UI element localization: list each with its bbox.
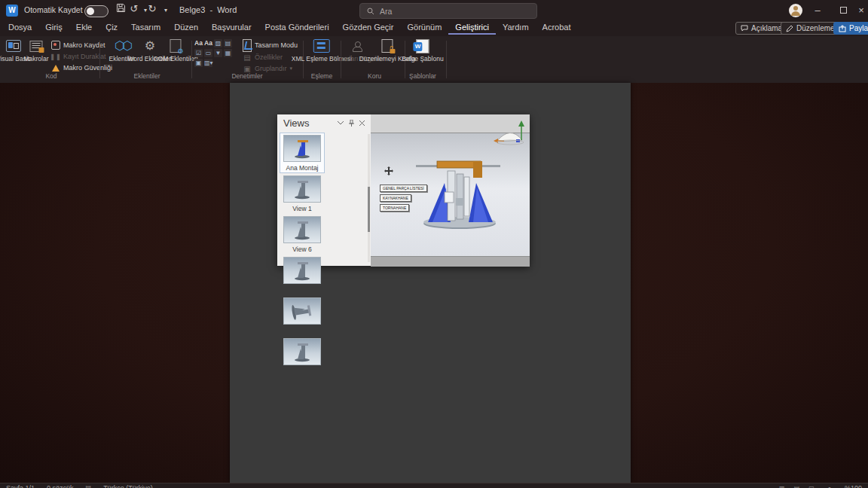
group-divider (446, 41, 447, 78)
combo-box-control-icon[interactable]: ▭ (204, 49, 212, 57)
scrollbar-thumb[interactable] (368, 187, 370, 232)
warning-icon (52, 65, 60, 72)
language-indicator[interactable]: Türkçe (Türkiye) (103, 484, 153, 488)
group-divider (99, 41, 100, 78)
record-macro-icon (51, 41, 60, 50)
ribbon-tab-düzen[interactable]: Düzen (167, 21, 205, 35)
minimize-button[interactable]: – (805, 0, 830, 21)
autosave-toggle[interactable] (84, 5, 108, 17)
search-box[interactable]: Ara (359, 3, 537, 19)
print-layout-icon[interactable]: ▤ (794, 485, 800, 488)
ribbon-tab-bar: DosyaGirişEkleÇizTasarımDüzenBaşvurularP… (0, 21, 868, 36)
rich-text-control-icon[interactable]: Aa (194, 39, 203, 47)
web-layout-icon[interactable]: ▢ (808, 485, 815, 488)
spellcheck-icon[interactable]: ▤ (86, 484, 92, 488)
comment-icon (741, 25, 748, 32)
view-thumbnail-label: View 14 (291, 327, 313, 334)
views-scrollbar[interactable] (368, 134, 370, 262)
properties-button: ▤ Özellikler (243, 53, 283, 62)
chip-kaynakhane[interactable]: KAYNAKHANE (380, 194, 411, 202)
ribbon-tab-posta gönderileri[interactable]: Posta Gönderileri (258, 21, 336, 35)
repeating-section-control-icon[interactable]: ▣ (194, 59, 203, 67)
close-button[interactable]: × (854, 0, 868, 21)
ribbon-tab-yardım[interactable]: Yardım (496, 21, 536, 35)
design-mode-button[interactable]: Tasarım Modu (243, 41, 298, 50)
ribbon-tab-ekle[interactable]: Ekle (69, 21, 99, 35)
view-thumbnail-cell[interactable]: View 6 (280, 214, 325, 255)
ribbon-tab-gözden geçir[interactable]: Gözden Geçir (336, 21, 401, 35)
view-thumbnail-image (283, 338, 321, 365)
toggle-knob (87, 8, 94, 15)
group-label-sablonlar: Şablonlar (409, 72, 436, 80)
dropdown-list-control-icon[interactable]: ▼ (214, 49, 222, 57)
autosave-label: Otomatik Kaydet (24, 5, 83, 14)
ribbon-tab-başvurular[interactable]: Başvurular (205, 21, 258, 35)
search-icon (367, 8, 374, 15)
design-mode-icon (243, 39, 252, 52)
content-controls-grid: AaAa▨▤☑▭▼▦▣▥▾ (194, 39, 235, 67)
pencil-icon (786, 25, 793, 32)
ribbon-tab-dosya[interactable]: Dosya (2, 21, 38, 35)
views-floating-window[interactable]: Views Ana Montaj (277, 114, 530, 266)
page-indicator[interactable]: Sayfa 1/1 (6, 484, 35, 488)
account-avatar[interactable] (789, 4, 802, 17)
maximize-button[interactable] (830, 0, 856, 21)
group-label-eklentiler: Eklentiler (134, 72, 160, 80)
record-macro-button[interactable]: Makro Kaydet (51, 41, 105, 50)
orientation-triad-icon[interactable] (494, 119, 528, 148)
move-cursor-icon (384, 166, 393, 175)
qat-customize-caret[interactable]: ▾ (158, 7, 173, 14)
views-thumbnail-panel: Views Ana Montaj (277, 114, 371, 266)
view-thumbnail-image (283, 257, 321, 284)
word-template-icon (416, 39, 429, 53)
picture-control-icon[interactable]: ▨ (214, 39, 222, 47)
share-button[interactable]: Paylaş▼ (833, 22, 868, 35)
legacy-tools-control-icon[interactable]: ▥▾ (204, 59, 212, 67)
chip-tornahane[interactable]: TORNAHANE (380, 204, 409, 212)
date-picker-control-icon[interactable]: ▦ (224, 49, 232, 57)
ribbon-tab-acrobat[interactable]: Acrobat (536, 21, 578, 35)
save-icon[interactable] (113, 3, 128, 15)
share-icon (839, 25, 846, 32)
view-thumbnail-cell[interactable]: View 9 (280, 336, 325, 377)
document-template-button[interactable]: Belge Şablonu (402, 38, 443, 63)
view-thumbnail-cell[interactable]: View 14 (280, 295, 325, 336)
zoom-slider[interactable]: ─●─ (824, 485, 836, 488)
ribbon-tab-geliştirici[interactable]: Geliştirici (448, 21, 496, 35)
view-thumbnail-label: Ana Montaj (286, 164, 319, 172)
word-count[interactable]: 0 sözcük (47, 484, 74, 488)
zoom-level[interactable]: %100 (845, 484, 862, 488)
macros-button[interactable]: Makrolar (23, 38, 48, 63)
read-mode-icon[interactable]: ▥ (779, 485, 785, 488)
panel-pin-icon[interactable] (349, 120, 354, 127)
checkbox-control-icon[interactable]: ☑ (194, 49, 203, 57)
cad-3d-viewer[interactable]: GENEL PARÇA LİSTESİ KAYNAKHANE TORNAHANE (371, 114, 530, 266)
view-thumbnail-cell[interactable]: View 7 (280, 255, 325, 295)
view-thumbnail-cell[interactable]: Ana Montaj (280, 133, 325, 173)
building-block-control-icon[interactable]: ▤ (224, 39, 232, 47)
view-thumbnail-cell[interactable]: View 1 (280, 173, 325, 214)
view-thumbnail-image (283, 175, 321, 203)
view-thumbnail-label: View 1 (292, 205, 311, 212)
panel-chevron-down-icon[interactable] (338, 121, 344, 125)
ribbon-tab-giriş[interactable]: Giriş (38, 21, 69, 35)
plain-text-control-icon[interactable]: Aa (204, 39, 212, 47)
menu-tabs: DosyaGirişEkleÇizTasarımDüzenBaşvurularP… (2, 21, 578, 35)
ribbon-tab-tasarım[interactable]: Tasarım (124, 21, 167, 35)
view-thumbnail-label: View 7 (292, 286, 311, 294)
viewer-viewport[interactable]: GENEL PARÇA LİSTESİ KAYNAKHANE TORNAHANE (371, 133, 530, 256)
word-window: W Otomatik Kaydet ↺ ▾ ↻ ▾ Belge3 - Word … (0, 0, 868, 488)
group-label-kod: Kod (45, 72, 57, 80)
macros-icon (30, 41, 43, 52)
ribbon-tab-çiz[interactable]: Çiz (99, 21, 124, 35)
ribbon-tab-görünüm[interactable]: Görünüm (400, 21, 448, 35)
view-thumbnail-image (283, 135, 321, 162)
redo-icon[interactable]: ↻ (145, 3, 160, 14)
com-add-ins-icon (170, 39, 181, 53)
pause-icon: ❚❚ (51, 52, 60, 61)
viewer-bottom-strip (371, 256, 530, 267)
panel-close-icon[interactable] (359, 120, 365, 126)
macro-security-button[interactable]: Makro Güvenliği (51, 63, 112, 72)
cad-assembly-model (414, 154, 505, 233)
ribbon: Visual Basic Makrolar Makro Kaydet ❚❚ Ka… (0, 36, 868, 84)
